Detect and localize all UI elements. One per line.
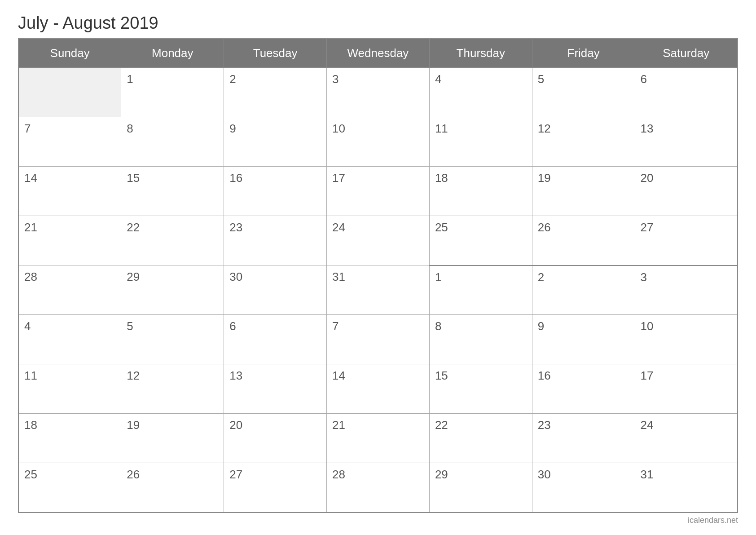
calendar-cell: 27 bbox=[224, 463, 327, 513]
cell-date-number: 13 bbox=[229, 369, 242, 382]
calendar-cell: 24 bbox=[635, 414, 738, 463]
cell-date-number: 29 bbox=[435, 468, 448, 481]
calendar-cell: 28 bbox=[327, 463, 430, 513]
calendar-cell: 12 bbox=[121, 364, 224, 414]
cell-date-number: 31 bbox=[332, 270, 345, 283]
calendar-cell: 16 bbox=[532, 364, 635, 414]
calendar-cell: 6 bbox=[224, 315, 327, 364]
calendar-cell: 27 bbox=[635, 216, 738, 265]
calendar-week-row: 78910111213 bbox=[18, 117, 738, 167]
calendar-cell: 20 bbox=[635, 167, 738, 216]
calendar-cell: 30 bbox=[224, 265, 327, 315]
calendar-cell: 29 bbox=[121, 265, 224, 315]
cell-date-number: 21 bbox=[24, 221, 37, 234]
cell-date-number: 13 bbox=[641, 122, 654, 135]
calendar-cell: 22 bbox=[121, 216, 224, 265]
calendar-cell: 11 bbox=[429, 117, 532, 167]
cell-date-number: 25 bbox=[24, 468, 37, 481]
day-header-sunday: Sunday bbox=[18, 39, 121, 68]
cell-date-number: 15 bbox=[435, 369, 448, 382]
cell-date-number: 28 bbox=[332, 468, 345, 481]
cell-date-number: 11 bbox=[435, 122, 448, 135]
cell-date-number: 30 bbox=[229, 270, 242, 283]
calendar-cell: 7 bbox=[18, 117, 121, 167]
calendar-cell: 20 bbox=[224, 414, 327, 463]
calendar-cell: 4 bbox=[18, 315, 121, 364]
calendar-cell: 3 bbox=[327, 68, 430, 117]
cell-date-number: 21 bbox=[332, 418, 345, 432]
calendar-cell: 31 bbox=[327, 265, 430, 315]
cell-date-number: 26 bbox=[127, 468, 140, 481]
calendar-cell: 13 bbox=[635, 117, 738, 167]
calendar-week-row: 123456 bbox=[18, 68, 738, 117]
cell-date-number: 27 bbox=[229, 468, 242, 481]
calendar-cell: 22 bbox=[429, 414, 532, 463]
cell-date-number: 15 bbox=[127, 171, 140, 185]
calendar-week-row: 14151617181920 bbox=[18, 167, 738, 216]
calendar-cell: 3 bbox=[635, 265, 738, 315]
cell-date-number: 24 bbox=[332, 221, 345, 234]
day-header-thursday: Thursday bbox=[429, 39, 532, 68]
calendar-cell: 26 bbox=[532, 216, 635, 265]
cell-date-number: 24 bbox=[641, 418, 654, 432]
cell-date-number: 4 bbox=[24, 319, 31, 333]
calendar-cell bbox=[18, 68, 121, 117]
calendar-cell: 5 bbox=[121, 315, 224, 364]
cell-date-number: 23 bbox=[538, 418, 551, 432]
calendar-cell: 5 bbox=[532, 68, 635, 117]
cell-date-number: 11 bbox=[24, 369, 37, 382]
calendar-cell: 6 bbox=[635, 68, 738, 117]
calendar-cell: 28 bbox=[18, 265, 121, 315]
calendar-cell: 21 bbox=[327, 414, 430, 463]
day-header-wednesday: Wednesday bbox=[327, 39, 430, 68]
cell-date-number: 7 bbox=[332, 319, 338, 333]
calendar-table: SundayMondayTuesdayWednesdayThursdayFrid… bbox=[18, 38, 738, 513]
cell-date-number: 2 bbox=[538, 270, 544, 284]
cell-date-number: 14 bbox=[332, 369, 345, 382]
cell-date-number: 5 bbox=[538, 72, 544, 86]
day-header-saturday: Saturday bbox=[635, 39, 738, 68]
cell-date-number: 9 bbox=[538, 319, 544, 333]
cell-date-number: 22 bbox=[435, 418, 448, 432]
calendar-cell: 17 bbox=[327, 167, 430, 216]
calendar-cell: 31 bbox=[635, 463, 738, 513]
calendar-header-row: SundayMondayTuesdayWednesdayThursdayFrid… bbox=[18, 39, 738, 68]
calendar-cell: 1 bbox=[121, 68, 224, 117]
cell-date-number: 12 bbox=[538, 122, 551, 135]
cell-date-number: 29 bbox=[127, 270, 140, 283]
calendar-cell: 4 bbox=[429, 68, 532, 117]
cell-date-number: 5 bbox=[127, 319, 133, 333]
calendar-cell: 18 bbox=[18, 414, 121, 463]
cell-date-number: 10 bbox=[332, 122, 345, 135]
cell-date-number: 20 bbox=[641, 171, 654, 185]
cell-date-number: 10 bbox=[641, 319, 654, 333]
cell-date-number: 25 bbox=[435, 221, 448, 234]
calendar-cell: 2 bbox=[224, 68, 327, 117]
calendar-cell: 1 bbox=[429, 265, 532, 315]
cell-date-number: 19 bbox=[538, 171, 551, 185]
cell-date-number: 14 bbox=[24, 171, 37, 185]
calendar-cell: 10 bbox=[635, 315, 738, 364]
calendar-cell: 15 bbox=[429, 364, 532, 414]
calendar-cell: 9 bbox=[224, 117, 327, 167]
cell-date-number: 2 bbox=[229, 72, 236, 86]
calendar-cell: 8 bbox=[121, 117, 224, 167]
calendar-cell: 15 bbox=[121, 167, 224, 216]
calendar-cell: 19 bbox=[532, 167, 635, 216]
calendar-cell: 24 bbox=[327, 216, 430, 265]
calendar-cell: 19 bbox=[121, 414, 224, 463]
calendar-cell: 26 bbox=[121, 463, 224, 513]
cell-date-number: 19 bbox=[127, 418, 140, 432]
calendar-cell: 7 bbox=[327, 315, 430, 364]
calendar-cell: 17 bbox=[635, 364, 738, 414]
cell-date-number: 9 bbox=[229, 122, 236, 135]
calendar-cell: 9 bbox=[532, 315, 635, 364]
calendar-week-row: 21222324252627 bbox=[18, 216, 738, 265]
calendar-cell: 2 bbox=[532, 265, 635, 315]
day-header-friday: Friday bbox=[532, 39, 635, 68]
cell-date-number: 6 bbox=[641, 72, 647, 86]
cell-date-number: 7 bbox=[24, 122, 31, 135]
footer-text: icalendars.net bbox=[18, 516, 738, 525]
calendar-week-row: 25262728293031 bbox=[18, 463, 738, 513]
cell-date-number: 22 bbox=[127, 221, 140, 234]
